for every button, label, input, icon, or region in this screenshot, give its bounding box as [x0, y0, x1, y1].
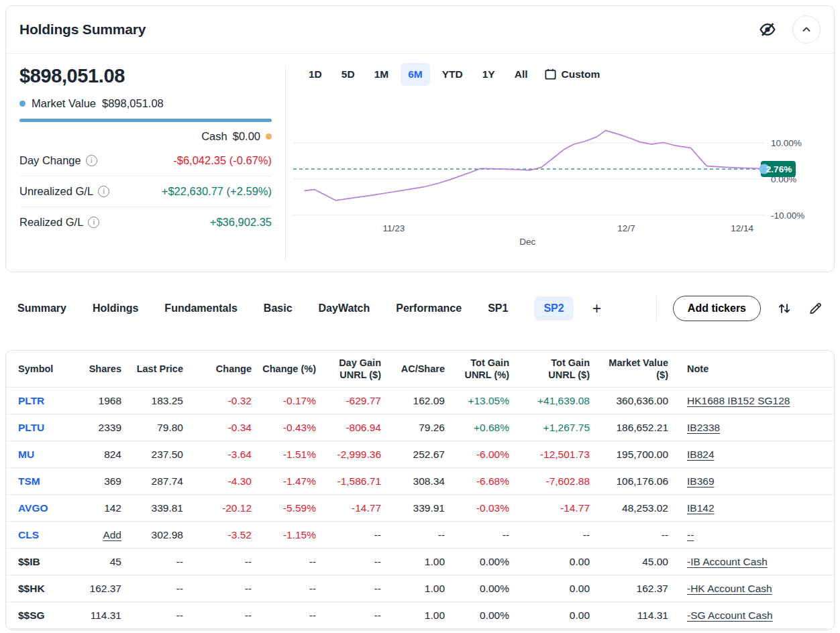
note-link[interactable]: -HK Account Cash	[674, 575, 834, 602]
cell-shares: 2339	[80, 414, 127, 441]
col-header-symbol[interactable]: Symbol	[6, 351, 80, 388]
tab-basic[interactable]: Basic	[264, 296, 293, 321]
cell-change_pct: -0.17%	[257, 388, 321, 414]
note-link[interactable]: IB2338	[674, 414, 834, 441]
tab-daywatch[interactable]: DayWatch	[319, 296, 370, 321]
range-tab-ytd[interactable]: YTD	[435, 63, 470, 86]
col-header-day_gain_unrl[interactable]: Day Gain UNRL ($)	[321, 351, 386, 388]
cell-day_gain_unrl: --	[321, 522, 386, 549]
col-header-ac_share[interactable]: AC/Share	[386, 351, 450, 388]
cell-last_price: 237.50	[127, 441, 189, 468]
cell-tot_gain_unrl_pct: -6.00%	[450, 441, 515, 468]
portfolio-total-value: $898,051.08	[19, 65, 272, 87]
symbol-link[interactable]: MU	[6, 441, 80, 468]
cell-tot_gain_unrl_usd: -14.77	[515, 495, 595, 522]
cell-last_price: 302.98	[127, 522, 189, 549]
info-icon[interactable]	[86, 155, 97, 166]
tab-sp2[interactable]: SP2	[534, 296, 573, 321]
cell-tot_gain_unrl_usd: 0.00	[515, 549, 595, 575]
card-header: Holdings Summary	[6, 6, 834, 54]
cell-day_gain_unrl: -14.77	[321, 495, 386, 522]
range-tab-1d[interactable]: 1D	[301, 63, 329, 86]
tab-fundamentals[interactable]: Fundamentals	[164, 296, 237, 321]
cell-last_price: 287.74	[127, 468, 189, 495]
add-shares-link[interactable]: Add	[80, 522, 127, 549]
col-header-change_pct[interactable]: Change (%)	[257, 351, 321, 388]
custom-range-button[interactable]: Custom	[540, 62, 605, 86]
table-header-row: SymbolSharesLast PriceChangeChange (%)Da…	[6, 351, 834, 388]
cell-tot_gain_unrl_pct: +13.05%	[450, 388, 515, 414]
col-header-tot_gain_unrl_usd[interactable]: Tot Gain UNRL ($)	[515, 351, 595, 388]
info-icon[interactable]	[98, 186, 109, 197]
note-link[interactable]: -SG Account Cash	[674, 602, 834, 629]
symbol-link[interactable]: AVGO	[6, 495, 80, 522]
performance-chart: 10.00%0.00%-10.00%11/2312/712/14Dec2.76%	[293, 100, 830, 266]
add-tickers-button[interactable]: Add tickers	[673, 296, 761, 321]
table-row: CLSAdd302.98-3.52-1.15%------------	[6, 522, 834, 549]
col-header-market_value[interactable]: Market Value ($)	[595, 351, 674, 388]
cell-market_value: --	[595, 522, 674, 549]
watchlist-tabs: SummaryHoldingsFundamentalsBasicDayWatch…	[17, 296, 574, 321]
cell-change_pct: -1.15%	[257, 522, 321, 549]
col-header-change[interactable]: Change	[189, 351, 257, 388]
table-row: PLTR1968183.25-0.32-0.17%-629.77162.09+1…	[6, 388, 834, 414]
market-value-label: Market Value	[32, 97, 96, 110]
add-tab-button[interactable]: +	[592, 302, 601, 315]
cell-tot_gain_unrl_pct: +0.68%	[450, 414, 515, 441]
range-tab-6m[interactable]: 6M	[401, 63, 430, 86]
collapse-button[interactable]	[792, 15, 821, 44]
cell-change: --	[189, 549, 257, 575]
tab-performance[interactable]: Performance	[396, 296, 462, 321]
note-link[interactable]: IB369	[674, 468, 834, 495]
range-tab-5d[interactable]: 5D	[334, 63, 362, 86]
cell-market_value: 186,652.21	[595, 414, 674, 441]
cell-change: -3.52	[189, 522, 257, 549]
tab-holdings[interactable]: Holdings	[93, 296, 138, 321]
cash-row: Cash $0.00	[19, 130, 272, 143]
col-header-tot_gain_unrl_pct[interactable]: Tot Gain UNRL (%)	[450, 351, 515, 388]
metric-value: -$6,042.35 (-0.67%)	[173, 154, 272, 167]
range-tab-1y[interactable]: 1Y	[475, 63, 503, 86]
cell-tot_gain_unrl_usd: 0.00	[515, 575, 595, 602]
cell-ac_share: 1.00	[386, 575, 450, 602]
note-link[interactable]: IB142	[674, 495, 834, 522]
holdings-table: SymbolSharesLast PriceChangeChange (%)Da…	[6, 351, 834, 629]
allocation-bar	[19, 119, 272, 122]
note-link[interactable]: --	[674, 522, 834, 549]
note-link[interactable]: -IB Account Cash	[674, 549, 834, 575]
symbol-link[interactable]: TSM	[6, 468, 80, 495]
cell-market_value: 195,700.00	[595, 441, 674, 468]
cell-change: -20.12	[189, 495, 257, 522]
symbol-link[interactable]: CLS	[6, 522, 80, 549]
tab-sp1[interactable]: SP1	[488, 296, 508, 321]
col-header-last_price[interactable]: Last Price	[127, 351, 189, 388]
cash-dot	[266, 133, 272, 139]
chevron-up-icon	[801, 24, 812, 35]
col-header-shares[interactable]: Shares	[80, 351, 127, 388]
cell-last_price: --	[127, 602, 189, 629]
symbol-link[interactable]: PLTU	[6, 414, 80, 441]
tab-summary[interactable]: Summary	[17, 296, 66, 321]
svg-text:11/23: 11/23	[382, 223, 405, 233]
cell-change: -0.32	[189, 388, 257, 414]
calendar-icon	[544, 68, 557, 80]
sort-arrows-icon[interactable]	[777, 301, 792, 316]
svg-text:12/7: 12/7	[617, 223, 635, 233]
cell-last_price: --	[127, 549, 189, 575]
cash-symbol: $$IB	[6, 549, 80, 575]
symbol-link[interactable]: PLTR	[6, 388, 80, 414]
note-link[interactable]: IB824	[674, 441, 834, 468]
range-tab-all[interactable]: All	[507, 63, 535, 86]
cell-day_gain_unrl: -629.77	[321, 388, 386, 414]
cell-tot_gain_unrl_usd: 0.00	[515, 602, 595, 629]
cash-value: $0.00	[233, 130, 260, 143]
pencil-icon[interactable]	[808, 301, 823, 316]
note-link[interactable]: HK1688 IB152 SG128	[674, 388, 834, 414]
info-icon[interactable]	[88, 217, 99, 228]
range-tab-1m[interactable]: 1M	[367, 63, 397, 86]
eye-slash-icon[interactable]	[759, 21, 776, 38]
market-value-dot	[19, 101, 25, 107]
col-header-note[interactable]: Note	[674, 351, 834, 388]
cell-day_gain_unrl: -1,586.71	[321, 468, 386, 495]
cell-market_value: 114.31	[595, 602, 674, 629]
